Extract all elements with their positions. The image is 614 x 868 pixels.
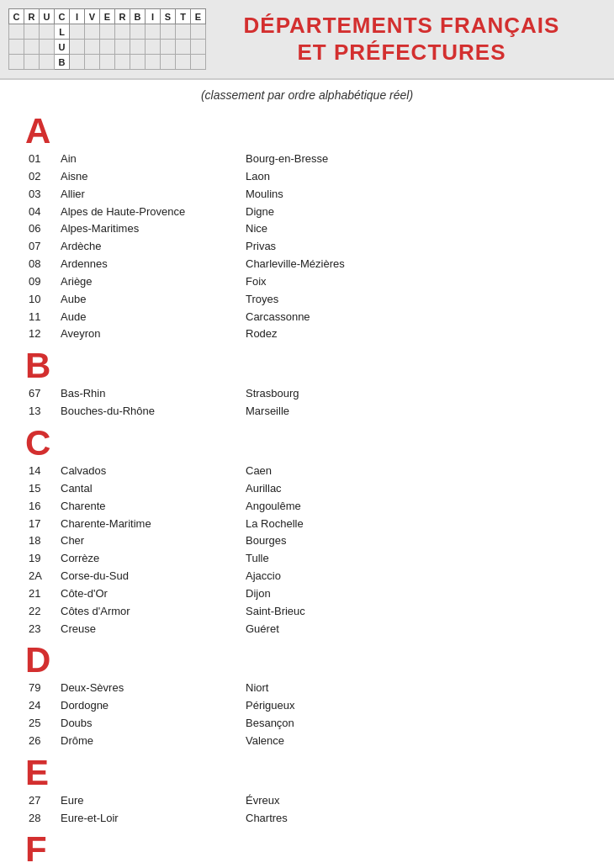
dept-prefecture: Digne: [242, 204, 589, 221]
dept-name: Alpes de Haute-Provence: [57, 204, 242, 221]
table-row: 17Charente-MaritimeLa Rochelle: [25, 516, 589, 533]
section-letter-f: F: [25, 832, 589, 867]
dept-prefecture: Strasbourg: [242, 385, 589, 403]
table-row: 28Eure-et-LoirChartres: [25, 810, 589, 828]
dept-name: Côtes d'Armor: [57, 603, 242, 621]
dept-name: Côte-d'Or: [57, 585, 242, 603]
table-row: 06Alpes-MaritimesNice: [25, 220, 589, 238]
dept-number: 18: [25, 532, 57, 550]
dept-number: 14: [25, 463, 57, 480]
dept-number: 10: [25, 291, 57, 309]
dept-name: Corrèze: [57, 550, 242, 568]
table-row: 26DrômeValence: [25, 733, 589, 750]
dept-table-d: 79Deux-SèvresNiort24DordognePérigueux25D…: [25, 680, 589, 749]
dept-name: Ain: [57, 151, 242, 168]
dept-name: Corse-du-Sud: [57, 568, 242, 585]
table-row: 02AisneLaon: [25, 168, 589, 186]
dept-prefecture: La Rochelle: [242, 516, 589, 533]
dept-prefecture: Moulins: [242, 186, 589, 204]
dept-prefecture: Évreux: [242, 792, 589, 810]
dept-number: 07: [25, 238, 57, 256]
dept-number: 11: [25, 309, 57, 326]
dept-table-b: 67Bas-RhinStrasbourg13Bouches-du-RhôneMa…: [25, 385, 589, 421]
section-letter-d: D: [25, 643, 589, 678]
main-content: A01AinBourg-en-Bresse02AisneLaon03Allier…: [0, 107, 614, 868]
dept-name: Ardennes: [57, 256, 242, 273]
dept-number: 16: [25, 498, 57, 516]
logo-grid: CRUCIVERBISTE L: [8, 8, 206, 70]
dept-prefecture: Chartres: [242, 810, 589, 828]
dept-name: Calvados: [57, 463, 242, 480]
dept-prefecture: Carcassonne: [242, 309, 589, 326]
dept-prefecture: Rodez: [242, 326, 589, 343]
subtitle: (classement par ordre alphabétique réel): [0, 80, 614, 107]
table-row: 03AllierMoulins: [25, 186, 589, 204]
dept-number: 23: [25, 621, 57, 638]
dept-number: 25: [25, 715, 57, 733]
dept-table-a: 01AinBourg-en-Bresse02AisneLaon03AllierM…: [25, 151, 589, 343]
dept-number: 19: [25, 550, 57, 568]
table-row: 14CalvadosCaen: [25, 463, 589, 480]
dept-number: 04: [25, 204, 57, 221]
dept-table-e: 27EureÉvreux28Eure-et-LoirChartres: [25, 792, 589, 828]
dept-name: Bouches-du-Rhône: [57, 403, 242, 421]
dept-name: Doubs: [57, 715, 242, 733]
section-letter-b: B: [25, 348, 589, 384]
table-row: 21Côte-d'OrDijon: [25, 585, 589, 603]
dept-prefecture: Valence: [242, 733, 589, 750]
dept-prefecture: Angoulême: [242, 498, 589, 516]
table-row: 11AudeCarcassonne: [25, 309, 589, 326]
dept-table-c: 14CalvadosCaen15CantalAurillac16Charente…: [25, 463, 589, 638]
table-row: 09AriègeFoix: [25, 273, 589, 291]
dept-number: 27: [25, 792, 57, 810]
dept-number: 2A: [25, 568, 57, 585]
table-row: 67Bas-RhinStrasbourg: [25, 385, 589, 403]
dept-name: Aude: [57, 309, 242, 326]
dept-name: Alpes-Maritimes: [57, 220, 242, 238]
dept-name: Bas-Rhin: [57, 385, 242, 403]
dept-name: Allier: [57, 186, 242, 204]
dept-number: 09: [25, 273, 57, 291]
dept-name: Ariège: [57, 273, 242, 291]
dept-number: 12: [25, 326, 57, 343]
dept-prefecture: Charleville-Mézières: [242, 256, 589, 273]
dept-number: 22: [25, 603, 57, 621]
dept-prefecture: Niort: [242, 680, 589, 697]
table-row: 23CreuseGuéret: [25, 621, 589, 638]
dept-prefecture: Besançon: [242, 715, 589, 733]
dept-name: Ardèche: [57, 238, 242, 256]
table-row: 2ACorse-du-SudAjaccio: [25, 568, 589, 585]
table-row: 04Alpes de Haute-ProvenceDigne: [25, 204, 589, 221]
section-letter-e: E: [25, 755, 589, 791]
dept-prefecture: Bourges: [242, 532, 589, 550]
dept-number: 67: [25, 385, 57, 403]
table-row: 15CantalAurillac: [25, 480, 589, 498]
dept-name: Dordogne: [57, 697, 242, 715]
dept-number: 13: [25, 403, 57, 421]
dept-name: Creuse: [57, 621, 242, 638]
dept-prefecture: Troyes: [242, 291, 589, 309]
table-row: 22Côtes d'ArmorSaint-Brieuc: [25, 603, 589, 621]
dept-prefecture: Aurillac: [242, 480, 589, 498]
dept-number: 08: [25, 256, 57, 273]
dept-number: 02: [25, 168, 57, 186]
table-row: 13Bouches-du-RhôneMarseille: [25, 403, 589, 421]
dept-prefecture: Foix: [242, 273, 589, 291]
dept-prefecture: Bourg-en-Bresse: [242, 151, 589, 168]
page-header: CRUCIVERBISTE L: [0, 0, 614, 80]
dept-prefecture: Privas: [242, 238, 589, 256]
dept-name: Cher: [57, 532, 242, 550]
header-title: DÉPARTEMENTS FRANÇAIS ET PRÉFECTURES: [206, 13, 597, 65]
dept-number: 26: [25, 733, 57, 750]
main-title: DÉPARTEMENTS FRANÇAIS ET PRÉFECTURES: [206, 13, 597, 65]
dept-prefecture: Guéret: [242, 621, 589, 638]
dept-name: Cantal: [57, 480, 242, 498]
table-row: 12AveyronRodez: [25, 326, 589, 343]
dept-prefecture: Tulle: [242, 550, 589, 568]
table-row: 25DoubsBesançon: [25, 715, 589, 733]
dept-number: 79: [25, 680, 57, 697]
dept-number: 15: [25, 480, 57, 498]
logo-table: CRUCIVERBISTE L: [8, 8, 206, 70]
dept-number: 17: [25, 516, 57, 533]
table-row: 07ArdèchePrivas: [25, 238, 589, 256]
